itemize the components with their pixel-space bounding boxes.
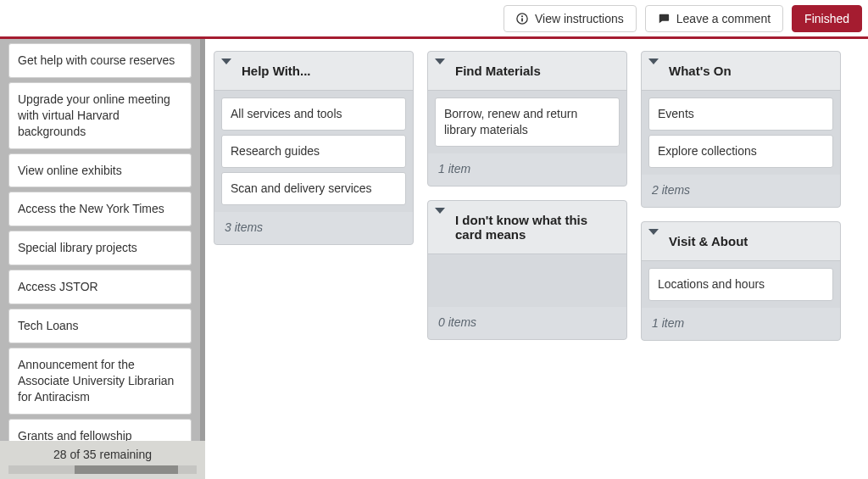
chevron-down-icon[interactable] (435, 208, 445, 214)
group-card[interactable]: Events (648, 97, 833, 131)
group-card[interactable]: Research guides (221, 135, 406, 168)
board-column: What's On Events Explore collections 2 i… (641, 51, 841, 341)
leave-comment-label: Leave a comment (676, 12, 771, 25)
group-visit-about[interactable]: Visit & About Locations and hours 1 item (641, 221, 841, 341)
chevron-down-icon[interactable] (435, 58, 445, 64)
finished-button[interactable]: Finished (792, 5, 862, 32)
group-footer: 0 items (428, 307, 626, 339)
group-title: Find Materials (455, 64, 615, 78)
view-instructions-label: View instructions (535, 12, 624, 25)
group-header: Find Materials (428, 52, 626, 91)
group-title: Visit & About (669, 234, 828, 248)
sidebar-card[interactable]: Announcement for the Associate Universit… (8, 348, 192, 415)
leave-comment-button[interactable]: Leave a comment (645, 5, 783, 32)
group-body[interactable]: Borrow, renew and return library materia… (428, 91, 626, 153)
group-footer: 3 items (214, 212, 413, 244)
sidebar-card[interactable]: Grants and fellowship opportunities (8, 419, 192, 441)
chevron-down-icon[interactable] (648, 229, 659, 235)
group-find-materials[interactable]: Find Materials Borrow, renew and return … (427, 51, 627, 187)
group-title: What's On (669, 64, 828, 78)
remaining-count: 28 of 35 remaining (8, 448, 197, 461)
group-body[interactable]: All services and tools Research guides S… (214, 91, 413, 212)
info-icon (516, 13, 528, 25)
chevron-down-icon[interactable] (648, 58, 659, 64)
sidebar-card[interactable]: Upgrade your online meeting with virtual… (8, 82, 192, 149)
group-help-with[interactable]: Help With... All services and tools Rese… (214, 51, 414, 245)
group-header: Help With... (214, 52, 413, 91)
group-footer: 1 item (642, 308, 840, 340)
group-footer: 2 items (642, 175, 840, 207)
group-body[interactable] (428, 254, 626, 307)
comment-icon (658, 13, 670, 25)
group-card[interactable]: Borrow, renew and return library materia… (435, 97, 620, 147)
board-column: Find Materials Borrow, renew and return … (427, 51, 627, 340)
sidebar-footer: 28 of 35 remaining (0, 441, 205, 479)
main: Get help with course reserves Upgrade yo… (0, 39, 868, 479)
group-title: I don't know what this card means (455, 213, 615, 242)
sidebar-scroll[interactable]: Get help with course reserves Upgrade yo… (0, 39, 205, 441)
group-header: Visit & About (642, 222, 840, 261)
sidebar-card[interactable]: View online exhibits (8, 153, 192, 188)
group-header: I don't know what this card means (428, 201, 626, 254)
view-instructions-button[interactable]: View instructions (504, 5, 637, 32)
sidebar: Get help with course reserves Upgrade yo… (0, 39, 205, 479)
sidebar-card[interactable]: Access JSTOR (8, 270, 192, 304)
group-card[interactable]: Scan and delivery services (221, 172, 406, 205)
group-title: Help With... (242, 64, 401, 78)
sidebar-card[interactable]: Access the New York Times (8, 192, 192, 226)
topbar: View instructions Leave a comment Finish… (0, 0, 868, 36)
svg-rect-2 (521, 18, 523, 21)
group-dont-know[interactable]: I don't know what this card means 0 item… (427, 200, 627, 340)
sidebar-card[interactable]: Tech Loans (8, 309, 192, 343)
finished-label: Finished (804, 12, 849, 25)
sidebar-card[interactable]: Get help with course reserves (8, 43, 192, 78)
group-body[interactable]: Locations and hours (642, 261, 840, 308)
group-body[interactable]: Events Explore collections (642, 91, 840, 175)
board-column: Help With... All services and tools Rese… (214, 51, 414, 245)
scrollbar-thumb[interactable] (75, 465, 178, 474)
sidebar-horizontal-scrollbar[interactable] (8, 465, 197, 474)
group-header: What's On (642, 52, 840, 91)
svg-point-1 (521, 15, 523, 17)
group-card[interactable]: Locations and hours (648, 268, 833, 301)
group-card[interactable]: All services and tools (221, 97, 406, 131)
sidebar-card[interactable]: Special library projects (8, 231, 192, 265)
group-footer: 1 item (428, 153, 626, 186)
chevron-down-icon[interactable] (221, 58, 231, 64)
board: Help With... All services and tools Rese… (205, 39, 868, 479)
group-card[interactable]: Explore collections (648, 135, 833, 168)
group-whats-on[interactable]: What's On Events Explore collections 2 i… (641, 51, 841, 208)
